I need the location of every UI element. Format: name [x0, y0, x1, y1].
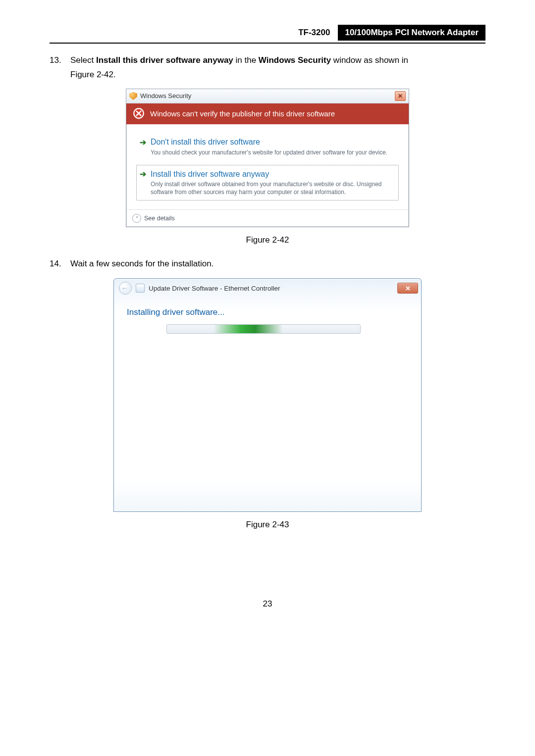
- step-13-line2: Figure 2-42.: [70, 70, 485, 80]
- shield-icon: [129, 92, 137, 100]
- option-title: Install this driver software anyway: [151, 170, 269, 179]
- figure-caption-43: Figure 2-43: [50, 520, 485, 530]
- see-details-label: See details: [144, 215, 175, 222]
- progress-fill: [214, 325, 283, 333]
- progress-bar: [166, 324, 361, 334]
- installing-heading: Installing driver software...: [127, 307, 408, 317]
- page-header: TF-3200 10/100Mbps PCI Network Adapter: [50, 25, 485, 44]
- back-button[interactable]: ←: [119, 282, 132, 295]
- installer-icon: [136, 284, 145, 293]
- option-desc: You should check your manufacturer's web…: [151, 149, 393, 156]
- model-code: TF-3200: [298, 28, 338, 38]
- warning-banner: Windows can't verify the publisher of th…: [126, 103, 409, 124]
- option-install-anyway[interactable]: ➔ Install this driver software anyway On…: [136, 165, 399, 201]
- banner-text: Windows can't verify the publisher of th…: [150, 109, 335, 118]
- shield-x-icon: [132, 107, 145, 120]
- option-title: Don't install this driver software: [151, 138, 260, 147]
- close-button[interactable]: ✕: [395, 91, 406, 101]
- option-dont-install[interactable]: ➔ Don't install this driver software You…: [136, 133, 399, 161]
- product-name: 10/100Mbps PCI Network Adapter: [338, 25, 485, 41]
- arrow-icon: ➔: [140, 169, 147, 179]
- figure-caption-42: Figure 2-42: [50, 235, 485, 245]
- dialog-titlebar: Windows Security ✕: [126, 89, 409, 103]
- step-number: 13.: [50, 53, 70, 68]
- close-button[interactable]: ✕: [397, 283, 418, 294]
- see-details-toggle[interactable]: ˅ See details: [126, 209, 409, 227]
- update-driver-dialog: ← Update Driver Software - Ethernet Cont…: [113, 278, 422, 512]
- step-13: 13. Select Install this driver software …: [50, 53, 485, 68]
- step-text: Wait a few seconds for the installation.: [70, 257, 485, 271]
- step-14: 14. Wait a few seconds for the installat…: [50, 257, 485, 271]
- page-number: 23: [50, 599, 485, 609]
- step-text: Select Install this driver software anyw…: [70, 53, 485, 68]
- windows-security-dialog: Windows Security ✕ Windows can't verify …: [126, 89, 409, 228]
- step-number: 14.: [50, 257, 70, 271]
- dialog-breadcrumb: Update Driver Software - Ethernet Contro…: [149, 285, 280, 292]
- arrow-icon: ➔: [140, 138, 147, 147]
- chevron-down-icon: ˅: [132, 214, 141, 223]
- dialog-title: Windows Security: [140, 92, 191, 100]
- option-desc: Only install driver software obtained fr…: [151, 180, 393, 196]
